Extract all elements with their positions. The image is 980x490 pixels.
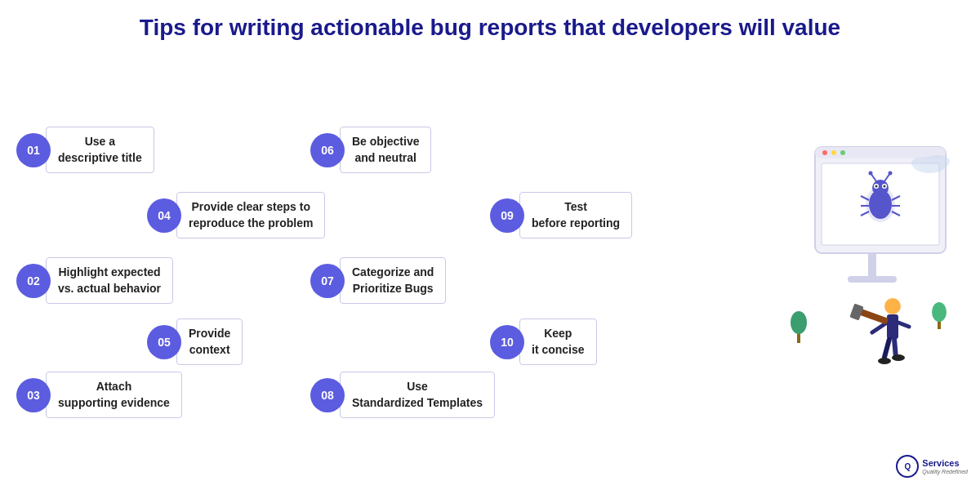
svg-rect-23 — [868, 253, 876, 278]
tip-item-02: 02Highlight expectedvs. actual behavior — [16, 257, 173, 304]
tip-item-10: 10Keepit concise — [490, 318, 597, 365]
svg-point-30 — [892, 354, 905, 361]
tip-item-01: 01Use adescriptive title — [16, 127, 154, 173]
tip-item-04: 04Provide clear steps toreproduce the pr… — [147, 192, 325, 238]
svg-point-2 — [822, 150, 827, 155]
svg-point-4 — [840, 150, 845, 155]
logo-tagline: Quality Redefined — [922, 469, 968, 474]
tip-item-03: 03Attachsupporting evidence — [16, 372, 182, 418]
svg-point-25 — [884, 298, 901, 314]
tip-box-07: Categorize andPrioritize Bugs — [340, 257, 446, 304]
svg-rect-34 — [849, 303, 863, 320]
tip-item-08: 08UseStandardized Templates — [310, 372, 495, 418]
logo-name: Services — [922, 458, 968, 469]
logo-icon: Q — [896, 455, 919, 478]
tip-item-09: 09Testbefore reporting — [490, 192, 632, 238]
svg-point-22 — [884, 185, 886, 188]
tip-box-10: Keepit concise — [519, 318, 597, 365]
tip-number-07: 07 — [310, 264, 345, 298]
svg-line-32 — [898, 323, 909, 327]
tip-box-09: Testbefore reporting — [519, 192, 632, 238]
tip-number-03: 03 — [16, 378, 51, 412]
tip-box-01: Use adescriptive title — [46, 127, 154, 173]
tip-item-07: 07Categorize andPrioritize Bugs — [310, 257, 446, 304]
svg-point-3 — [831, 150, 836, 155]
tip-number-09: 09 — [490, 198, 524, 233]
svg-point-38 — [932, 302, 947, 322]
logo-area: Q Services Quality Redefined — [896, 455, 968, 478]
tip-box-08: UseStandardized Templates — [340, 372, 495, 418]
page-title: Tips for writing actionable bug reports … — [0, 0, 980, 49]
tip-box-05: Providecontext — [176, 318, 243, 365]
svg-line-31 — [872, 323, 887, 332]
tip-box-02: Highlight expectedvs. actual behavior — [46, 257, 173, 304]
svg-point-29 — [878, 358, 891, 364]
svg-rect-26 — [887, 314, 898, 339]
svg-point-12 — [889, 172, 893, 176]
svg-point-41 — [911, 158, 931, 169]
tip-box-06: Be objectiveand neutral — [340, 127, 431, 173]
illustration-area — [764, 49, 980, 474]
tip-number-02: 02 — [16, 264, 51, 298]
tip-number-06: 06 — [310, 133, 345, 167]
tip-number-05: 05 — [147, 325, 181, 359]
tip-number-08: 08 — [310, 378, 345, 412]
tip-item-05: 05Providecontext — [147, 318, 243, 365]
svg-rect-24 — [848, 276, 897, 283]
tip-number-04: 04 — [147, 198, 181, 233]
svg-rect-27 — [881, 336, 892, 360]
tip-box-03: Attachsupporting evidence — [46, 372, 182, 418]
svg-point-21 — [875, 185, 878, 188]
tip-item-06: 06Be objectiveand neutral — [310, 127, 431, 173]
tip-number-10: 10 — [490, 325, 524, 359]
tip-box-04: Provide clear steps toreproduce the prob… — [176, 192, 325, 238]
tips-area: 01Use adescriptive title02Highlight expe… — [0, 49, 764, 474]
tip-number-01: 01 — [16, 133, 51, 167]
svg-point-11 — [869, 172, 873, 176]
svg-point-36 — [791, 311, 807, 334]
